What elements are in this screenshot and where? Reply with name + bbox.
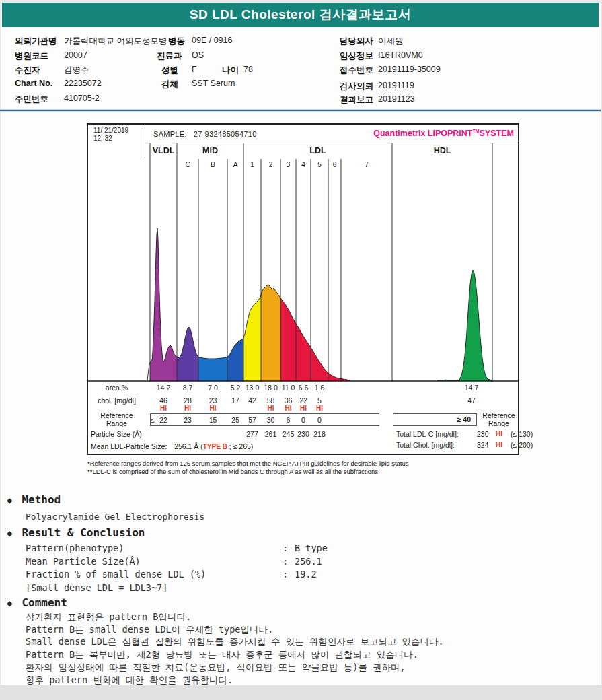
sex-value: F (192, 65, 197, 74)
fraction-table: area.% chol. [mg/dl] ReferenceRange ≤ ≥ … (88, 382, 518, 454)
dept-label: 진료과 (157, 50, 182, 62)
section-divider (0, 109, 601, 112)
group-label-hdl: HDL (434, 146, 451, 155)
ref-row-label-right: ReferenceRange (480, 411, 518, 427)
brand-logo: Quantimetrix LIPOPRINTTMSYSTEM (373, 129, 514, 138)
patient-value: 김영주 (64, 65, 89, 76)
doctor-label: 담당의사 (340, 36, 373, 47)
cell-value: 14.7 (457, 384, 486, 392)
sub-label-ldl3: 3 (287, 161, 291, 168)
psize-row-label: Particle-Size (Å) (91, 430, 142, 438)
group-label-vldl: VLDL (153, 146, 175, 155)
result-colon: : (283, 542, 288, 553)
chol-row-label: chol. [mg/dl] (88, 396, 145, 405)
report-label: 결과보고 (340, 94, 373, 106)
ward-label: 병동 (168, 36, 185, 47)
total-chol-row: Total Chol. [mg/dl]:324HI(≤ 200) (396, 441, 517, 449)
chart-no-value: 22235072 (64, 79, 102, 88)
receipt-label: 접수번호 (340, 65, 373, 76)
result-colon: : (283, 569, 288, 580)
cell-value: 5 (305, 396, 334, 405)
result-label: Fraction % of small dense LDL (%) (26, 569, 206, 580)
footnote-1: *Reference ranges derived from 125 serum… (87, 460, 409, 467)
electrophoresis-chart: VLDLMIDLDLHDLCBA1234567 (88, 143, 518, 382)
footnote-2: **LDL-C is comprised of the sum of chole… (87, 468, 378, 475)
sub-label-ldl4: 4 (301, 161, 305, 168)
patient-label: 수진자 (15, 65, 40, 76)
clinical-value: I16TR0VM0 (378, 50, 423, 60)
request-value: 20191119 (378, 81, 414, 90)
group-label-mid: MID (202, 146, 218, 155)
sub-label-ldl6: 6 (333, 161, 337, 168)
sample-id: 27-932485054710 (194, 130, 257, 138)
print-date: 11/ 21/2019 (93, 127, 145, 135)
result-value: 19.2 (295, 569, 317, 580)
result-title: ◆Result & Conclusion (7, 526, 145, 539)
comment-title: ◆Comment (7, 596, 67, 609)
comment-line: 상기환자 표현형은 pattern B입니다. (26, 611, 191, 623)
lipoprint-panel: 11/ 21/2019 12: 32 SAMPLE: 27-9324850547… (87, 123, 519, 455)
hi-flag: HI (305, 405, 334, 412)
org-value: 가톨릭대학교 여의도성모병 (64, 36, 167, 47)
bottom-margin (0, 685, 602, 700)
result-value: 256.1 (295, 556, 322, 567)
comment-line: Small dense LDL은 심혈관 질환의 위험도를 증가시킬 수 있는 … (26, 636, 444, 648)
rrn-value: 410705-2 (64, 94, 100, 103)
ref-row-label: ReferenceRange (88, 411, 145, 427)
sex-label: 성별 (161, 65, 178, 76)
panel-header: 11/ 21/2019 12: 32 SAMPLE: 27-9324850547… (88, 125, 518, 143)
hosp-code-label: 병원코드 (15, 50, 48, 62)
curve-fill-hdl (437, 270, 492, 381)
org-label: 의뢰기관명 (15, 36, 57, 47)
method-body: Polyacrylamide Gel Electrophoresis (26, 512, 204, 522)
rrn-label: 주민번호 (15, 94, 48, 105)
diamond-bullet: ◆ (7, 495, 12, 505)
result-label: Mean Particle Size(Å) (26, 556, 141, 567)
hosp-code-value: 20007 (64, 50, 87, 60)
sub-label-ldl1: 1 (250, 161, 254, 168)
cell-value: 47 (457, 396, 486, 405)
sub-label-ldl7: 7 (365, 161, 369, 168)
cell-value: 0 (305, 416, 334, 424)
comment-line: Pattern B는 복부비만, 제2형 당뇨병 또는 대사 증후군 등에서 많… (26, 649, 418, 661)
pattern-type: TYPE B (203, 443, 227, 450)
method-title: ◆Method (7, 493, 61, 506)
reference-range-box-right: ≥ 40 (393, 413, 477, 426)
total-ldl-row: Total LDL-C [mg/dl]:230HI(≤ 130) (396, 430, 517, 438)
comment-line: 환자의 임상상태에 따른 적절한 치료(운동요법, 식이요법 또는 약물요법 등… (26, 662, 406, 674)
age-label: 나이 (222, 65, 239, 76)
ward-value: 09E / 0916 (192, 36, 232, 45)
cell-value: 1.6 (305, 384, 334, 392)
comment-line: 향후 pattern 변화에 대한 확인을 권유합니다. (26, 674, 233, 687)
result-label: Pattern(phenotype) (26, 542, 124, 553)
group-label-ldl: LDL (309, 146, 326, 155)
chart-no-label: Chart No. (15, 79, 52, 88)
print-time: 12: 32 (93, 135, 145, 143)
result-label: [Small dense LDL = LDL3~7] (26, 582, 167, 593)
age-value: 78 (243, 65, 253, 74)
sub-label-mid-c: C (185, 161, 190, 168)
hi-flag: HI (198, 405, 228, 412)
sub-label-mid-b: B (211, 161, 215, 168)
diamond-bullet: ◆ (7, 528, 12, 538)
sample-label: SAMPLE: (153, 130, 187, 138)
report-value: 20191123 (378, 94, 415, 104)
page-title: SD LDL Cholesterol 검사결과보고서 (2, 3, 599, 27)
totals-block: Total LDL-C [mg/dl]:230HI(≤ 130) Total C… (396, 430, 517, 452)
request-label: 검사의뢰 (340, 81, 373, 92)
mean-particle-size: Mean LDL-Particle Size: 256.1 Å (TYPE B … (91, 442, 253, 450)
specimen-value: SST Serum (192, 79, 235, 88)
area-row-label: area.% (88, 384, 145, 392)
receipt-value: 20191119-35009 (378, 65, 441, 74)
doctor-value: 이세원 (378, 36, 404, 47)
sub-label-ldl5: 5 (317, 161, 322, 168)
cell-value: 218 (305, 430, 334, 438)
sub-label-mid-a: A (233, 161, 238, 168)
result-value: B type (295, 542, 328, 553)
specimen-label: 검체 (161, 79, 178, 90)
dept-value: OS (192, 50, 204, 60)
result-colon: : (283, 556, 288, 567)
diamond-bullet: ◆ (7, 598, 12, 608)
sample-header: SAMPLE: 27-932485054710 Quantimetrix LIP… (145, 125, 518, 143)
sub-label-ldl2: 2 (269, 161, 273, 168)
